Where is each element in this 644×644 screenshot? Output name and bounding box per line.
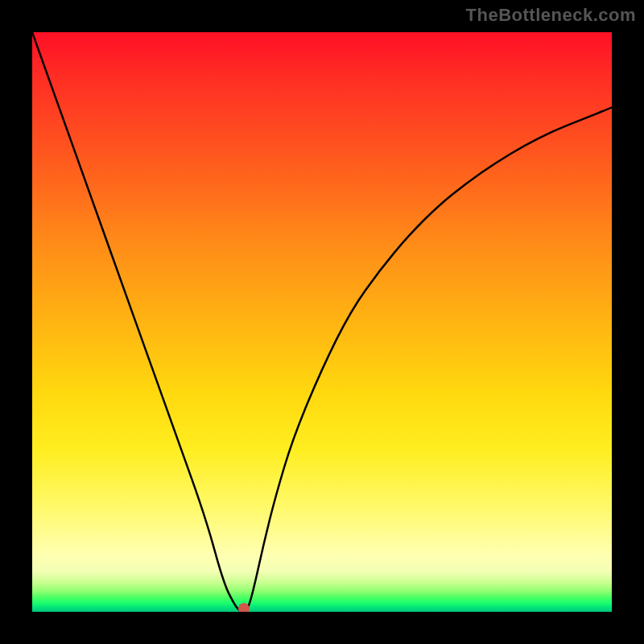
chart-frame: TheBottleneck.com	[0, 0, 644, 644]
plot-area	[32, 32, 612, 612]
watermark-text: TheBottleneck.com	[466, 5, 636, 26]
bottleneck-curve	[32, 32, 612, 612]
optimal-point-marker	[238, 603, 250, 612]
